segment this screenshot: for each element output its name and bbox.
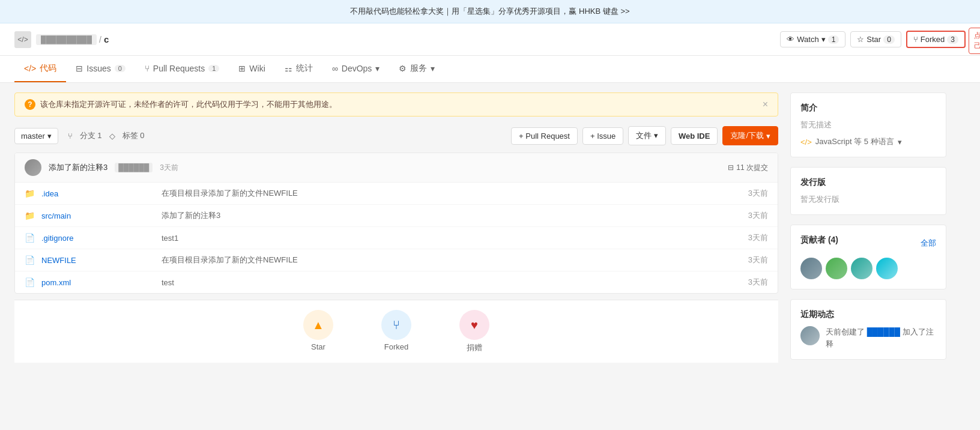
file-icon: 📄 [25, 233, 37, 243]
fork-button[interactable]: ⑂ Forked 3 [906, 31, 966, 48]
services-icon: ⚙ [399, 64, 407, 73]
clone-button[interactable]: 克隆/下载 ▾ [722, 126, 778, 145]
fork-stat-label: Forked [384, 342, 408, 351]
star-icon: ☆ [857, 35, 864, 44]
lang-info: </> JavaScript 等 5 种语言 ▾ [800, 136, 936, 147]
owner-name[interactable]: ██████████ [36, 34, 97, 45]
commit-count: ⊟ 11 次提交 [728, 163, 768, 173]
watch-label: Watch [797, 35, 818, 44]
activity-avatar [800, 326, 820, 345]
stat-star[interactable]: ▲ Star [303, 310, 333, 353]
tab-pull-requests[interactable]: ⑂ Pull Requests 1 [135, 56, 229, 82]
file-time: 3天前 [720, 277, 768, 288]
tab-services[interactable]: ⚙ 服务 ▾ [389, 56, 444, 82]
watch-button[interactable]: 👁 Watch ▾ 1 [780, 31, 845, 47]
intro-title: 简介 [800, 103, 936, 114]
folder-icon: 📁 [25, 189, 37, 198]
contributors-avatars [800, 258, 936, 279]
breadcrumb: ██████████ / c [36, 34, 109, 45]
star-count: 0 [883, 35, 895, 44]
file-name[interactable]: NEWFILE [41, 256, 162, 265]
watch-count: 1 [828, 35, 839, 44]
branch-info: ⑂ 分支 1 ◇ 标签 0 [68, 130, 145, 141]
file-time: 3天前 [720, 255, 768, 265]
activity-text: 天前创建了 ██████ 加入了注释 [826, 326, 936, 350]
warning-close-button[interactable]: × [763, 99, 768, 110]
main-content: ? 该仓库未指定开源许可证，未经作者的许可，此代码仅用于学习，不能用于其他用途。… [0, 83, 961, 379]
file-row: 📄 NEWFILE 在项目根目录添加了新的文件NEWFILE 3天前 [15, 249, 778, 271]
file-name[interactable]: .idea [41, 189, 162, 198]
code-lang-icon: </> [800, 138, 812, 147]
contributors-all-link[interactable]: 全部 [921, 238, 936, 249]
file-name[interactable]: src/main [41, 211, 162, 220]
releases-section: 发行版 暂无发行版 [790, 167, 946, 215]
webide-button[interactable]: Web IDE [671, 127, 718, 145]
repo-name-area: </> ██████████ / c [14, 31, 109, 48]
file-row: 📄 .gitignore test1 3天前 [15, 227, 778, 249]
fork-circle-icon: ⑂ [381, 310, 411, 340]
pull-request-button[interactable]: + Pull Request [511, 127, 578, 145]
contributor-avatar[interactable] [826, 258, 847, 279]
contributor-avatar[interactable] [800, 258, 822, 279]
star-stat-label: Star [311, 342, 325, 351]
stats-icon: ⚏ [285, 64, 292, 73]
branch-selector[interactable]: master ▾ [14, 128, 58, 144]
file-row: 📁 src/main 添加了新的注释3 3天前 [15, 205, 778, 227]
breadcrumb-separator: / [99, 35, 101, 44]
fork-icon: ⑂ [913, 35, 918, 44]
file-name[interactable]: .gitignore [41, 234, 162, 243]
file-commit: 在项目根目录添加了新的文件NEWFILE [162, 188, 720, 199]
releases-text: 暂无发行版 [800, 194, 936, 205]
fork-count: 3 [947, 35, 958, 44]
contributors-section: 贡献者 (4) 全部 [790, 225, 946, 289]
fork-label: Forked [921, 35, 945, 44]
issue-button[interactable]: + Issue [582, 127, 623, 145]
intro-section: 简介 暂无描述 </> JavaScript 等 5 种语言 ▾ [790, 92, 946, 157]
nav-tabs: </> 代码 ⊟ Issues 0 ⑂ Pull Requests 1 ⊞ Wi… [0, 56, 980, 83]
tab-code[interactable]: </> 代码 [14, 56, 66, 82]
watch-dropdown-icon: ▾ [821, 35, 826, 44]
file-row: 📁 .idea 在项目根目录添加了新的文件NEWFILE 3天前 [15, 183, 778, 205]
branch-name: master [21, 132, 45, 141]
contributors-header: 贡献者 (4) 全部 [800, 235, 936, 252]
tab-issues[interactable]: ⊟ Issues 0 [66, 56, 135, 82]
fork-annotation: 点击fork到自己的仓库 [969, 28, 980, 54]
eye-icon: 👁 [787, 35, 794, 44]
file-time: 3天前 [720, 232, 768, 243]
warning-text-area: ? 该仓库未指定开源许可证，未经作者的许可，此代码仅用于学习，不能用于其他用途。 [25, 99, 337, 110]
contributor-avatar[interactable] [851, 258, 873, 279]
tab-devops[interactable]: ∞ DevOps ▾ [322, 56, 390, 82]
file-commit: test1 [162, 234, 720, 243]
file-table: 添加了新的注释3 ██████ 3天前 ⊟ 11 次提交 📁 .idea 在项目… [14, 153, 778, 294]
clone-dropdown-icon: ▾ [766, 132, 770, 141]
stat-donate[interactable]: ♥ 捐赠 [459, 310, 489, 353]
donate-stat-label: 捐赠 [467, 342, 482, 353]
wiki-icon: ⊞ [238, 64, 246, 73]
header-actions: 👁 Watch ▾ 1 ☆ Star 0 ⑂ Forked 3 点击fork到自… [780, 31, 966, 48]
warning-message: 该仓库未指定开源许可证，未经作者的许可，此代码仅用于学习，不能用于其他用途。 [40, 99, 337, 110]
file-dropdown-icon: ▾ [654, 131, 658, 140]
tab-wiki[interactable]: ⊞ Wiki [229, 56, 274, 82]
stat-fork[interactable]: ⑂ Forked [381, 310, 411, 353]
repo-name[interactable]: c [104, 34, 109, 44]
folder-icon: 📁 [25, 211, 37, 220]
activity-user-name[interactable]: ██████ [867, 327, 900, 336]
star-button[interactable]: ☆ Star 0 [850, 31, 901, 47]
branches-label: 分支 1 [80, 130, 102, 141]
intro-text: 暂无描述 [800, 120, 936, 130]
file-commit: 添加了新的注释3 [162, 210, 720, 221]
donate-circle-icon: ♥ [459, 310, 489, 340]
file-icon: 📄 [25, 255, 37, 265]
contributor-avatar[interactable] [876, 258, 898, 279]
contributors-title: 贡献者 (4) [800, 235, 838, 246]
tab-stats[interactable]: ⚏ 统计 [275, 56, 322, 82]
commit-time: 3天前 [160, 163, 178, 173]
lang-dropdown-icon[interactable]: ▾ [898, 138, 902, 147]
lang-text: JavaScript 等 5 种语言 [815, 136, 894, 147]
file-name[interactable]: pom.xml [41, 278, 162, 287]
devops-icon: ∞ [332, 64, 338, 73]
fork-wrapper: ⑂ Forked 3 点击fork到自己的仓库 [906, 31, 966, 48]
star-circle-icon: ▲ [303, 310, 333, 340]
file-button[interactable]: 文件 ▾ [628, 126, 666, 145]
services-dropdown-icon: ▾ [431, 64, 435, 73]
